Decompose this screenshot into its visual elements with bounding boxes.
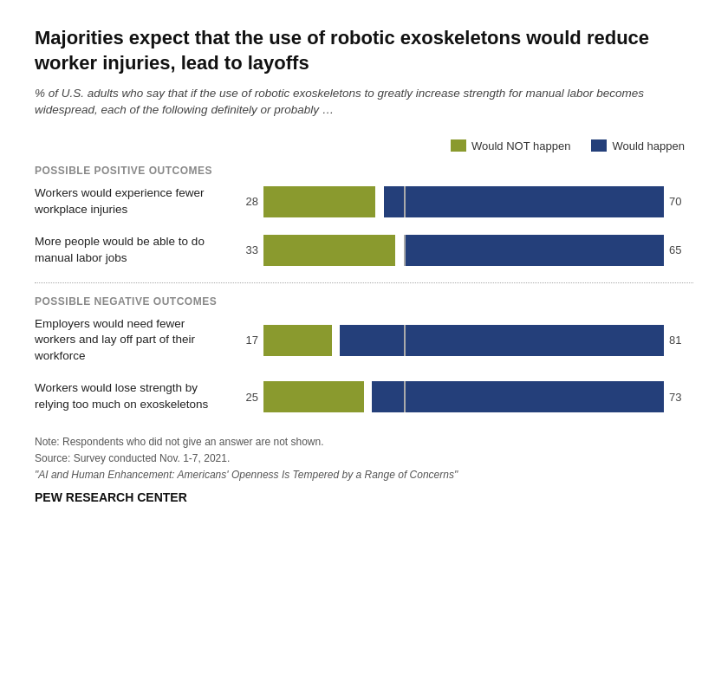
bars-inner-3	[263, 325, 664, 356]
bar-spacer-2	[395, 235, 403, 266]
left-val-3: 17	[234, 334, 258, 347]
bar-blue-1	[384, 186, 664, 217]
legend: Would NOT happen Would happen	[35, 139, 693, 152]
bar-spacer-3	[332, 325, 340, 356]
row-label-3: Employers would need fewer workers and l…	[35, 316, 234, 366]
center-line-4	[404, 381, 406, 412]
bars-container-2	[263, 235, 664, 266]
left-val-2: 33	[234, 243, 258, 256]
legend-green-swatch	[451, 139, 466, 152]
section-label-negative: POSSIBLE NEGATIVE OUTCOMES	[35, 295, 693, 308]
footer: Note: Respondents who did not give an an…	[35, 434, 693, 507]
chart-row-4: Workers would lose strength by relying t…	[35, 380, 693, 413]
bar-blue-2	[404, 235, 664, 266]
legend-not-happen: Would NOT happen	[451, 139, 570, 152]
bars-container-4	[263, 381, 664, 412]
bar-group-4: 25 73	[234, 381, 693, 412]
bar-green-1	[263, 186, 375, 217]
legend-blue-swatch	[591, 139, 607, 152]
subtitle: % of U.S. adults who say that if the use…	[35, 86, 693, 119]
center-line-3	[404, 325, 406, 356]
bar-group-3: 17 81	[234, 325, 693, 356]
bar-blue-4	[372, 381, 664, 412]
row-label-4: Workers would lose strength by relying t…	[35, 380, 234, 413]
bar-group-2: 33 65	[234, 235, 693, 266]
center-line-2	[404, 235, 406, 266]
row-label-2: More people would be able to do manual l…	[35, 234, 234, 267]
left-val-1: 28	[234, 195, 258, 208]
footer-source: Source: Survey conducted Nov. 1-7, 2021.	[35, 450, 693, 467]
footer-org: PEW RESEARCH CENTER	[35, 488, 693, 507]
footer-report-title: "AI and Human Enhancement: Americans' Op…	[35, 467, 693, 483]
bars-inner-2	[263, 235, 664, 266]
chart-area: Would NOT happen Would happen POSSIBLE P…	[35, 139, 693, 413]
section-label-positive: POSSIBLE POSITIVE OUTCOMES	[35, 165, 693, 177]
bars-inner-1	[263, 186, 664, 217]
main-title: Majorities expect that the use of roboti…	[35, 26, 693, 75]
bar-group-1: 28 70	[234, 186, 693, 217]
chart-row-1: Workers would experience fewer workplace…	[35, 185, 693, 218]
right-val-3: 81	[669, 334, 693, 347]
legend-would-happen: Would happen	[591, 139, 685, 152]
bars-container-3	[263, 325, 664, 356]
center-line-1	[404, 186, 406, 217]
bar-green-4	[263, 381, 364, 412]
left-val-4: 25	[234, 391, 258, 404]
legend-not-happen-label: Would NOT happen	[471, 139, 570, 152]
right-val-1: 70	[669, 195, 693, 208]
bars-inner-4	[263, 381, 664, 412]
right-val-2: 65	[669, 243, 693, 256]
chart-row-2: More people would be able to do manual l…	[35, 234, 693, 267]
chart-row-3: Employers would need fewer workers and l…	[35, 316, 693, 366]
section-divider	[35, 282, 693, 283]
legend-would-happen-label: Would happen	[612, 139, 685, 152]
bar-blue-3	[340, 325, 664, 356]
bar-green-2	[263, 235, 395, 266]
right-val-4: 73	[669, 391, 693, 404]
footer-note: Note: Respondents who did not give an an…	[35, 434, 693, 450]
bar-spacer-4	[364, 381, 372, 412]
bar-spacer-1	[375, 186, 383, 217]
row-label-1: Workers would experience fewer workplace…	[35, 185, 234, 218]
bars-container-1	[263, 186, 664, 217]
bar-green-3	[263, 325, 332, 356]
